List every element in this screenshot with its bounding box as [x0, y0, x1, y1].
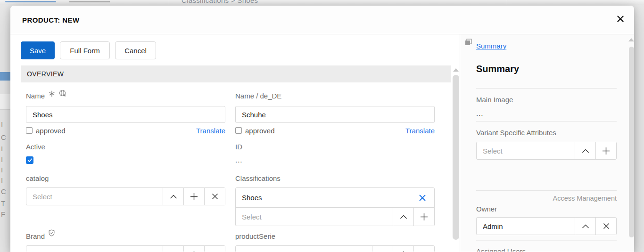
name-approved-row: approved Translate — [26, 126, 225, 135]
name-de-field-label-row: Name / de_DE — [235, 92, 435, 100]
summary-heading: Summary — [476, 64, 519, 74]
background-tab-underline — [69, 1, 110, 2]
classifications-collapse-button[interactable] — [393, 208, 413, 226]
divider — [476, 190, 617, 191]
catalog-collapse-button[interactable] — [163, 188, 183, 205]
background-list-item: I — [1, 145, 3, 153]
name-label: Name — [26, 92, 45, 100]
classifications-field: Shoes — [235, 187, 435, 226]
catalog-select-input[interactable] — [33, 193, 157, 201]
variant-attributes-select-input[interactable] — [483, 147, 569, 155]
name-input[interactable] — [26, 106, 225, 123]
product-serie-field — [235, 245, 435, 252]
background-list-item: F — [1, 210, 5, 218]
save-button[interactable]: Save — [21, 41, 55, 59]
divider — [476, 240, 617, 241]
toolbar: Save Full Form Cancel — [21, 41, 156, 59]
name-de-input[interactable] — [235, 106, 435, 123]
summary-sidebar: Summary Summary Main Image ... Variant S… — [460, 34, 634, 252]
translate-link[interactable]: Translate — [405, 127, 435, 135]
variant-attributes-collapse-button[interactable] — [575, 142, 595, 159]
remove-classification-icon[interactable] — [416, 192, 429, 204]
background-page-header: Classifications > Shoes — [0, 0, 644, 5]
name-de-label: Name / de_DE — [235, 92, 281, 100]
background-list-item: T — [1, 199, 5, 207]
product-new-modal: PRODUCT: NEW Save Full Form Cancel OVERV… — [10, 6, 634, 252]
full-form-button[interactable]: Full Form — [60, 41, 110, 59]
variant-attributes-label: Variant Specific Attributes — [476, 129, 556, 137]
brand-select-input[interactable] — [33, 251, 157, 252]
id-label: ID — [235, 143, 435, 151]
catalog-label: catalog — [26, 174, 225, 183]
background-list-item: C — [1, 187, 6, 195]
required-asterisk-icon — [49, 90, 55, 99]
brand-clear-button[interactable] — [204, 246, 225, 252]
owner-label: Owner — [476, 205, 497, 213]
background-list-item: I — [1, 155, 3, 163]
divider — [476, 88, 617, 89]
name-field-label-row: Name — [26, 92, 225, 100]
modal-title: PRODUCT: NEW — [22, 16, 79, 24]
owner-clear-button[interactable] — [595, 218, 616, 235]
divider — [476, 121, 617, 122]
product-serie-label: productSerie — [235, 232, 435, 241]
scrollbar-thumb[interactable] — [629, 47, 634, 237]
access-management-section-label: Access Management — [476, 195, 617, 202]
sidebar-nav-summary-link[interactable]: Summary — [476, 42, 506, 50]
active-label: Active — [26, 143, 225, 151]
brand-label-row: Brand — [26, 232, 225, 240]
background-list-item: I — [1, 166, 3, 174]
brand-field — [26, 245, 225, 252]
main-form-panel: Save Full Form Cancel OVERVIEW Name — [10, 34, 460, 252]
background-divider — [507, 0, 507, 5]
approved-label: approved — [245, 127, 275, 135]
name-de-field — [235, 106, 435, 123]
main-image-value: ... — [476, 109, 484, 117]
classifications-add-button[interactable] — [413, 208, 434, 226]
background-list-item: I — [1, 120, 3, 128]
brand-add-button[interactable] — [183, 246, 204, 252]
variant-attributes-add-button[interactable] — [595, 142, 616, 159]
id-value: ... — [235, 156, 435, 164]
background-active-tab-underline — [5, 1, 56, 2]
approved-checkbox[interactable] — [26, 127, 33, 134]
product-serie-add-button[interactable] — [393, 246, 413, 252]
product-serie-collapse-button[interactable] — [372, 246, 393, 252]
approved-label: approved — [36, 127, 66, 135]
background-list-item: C — [1, 133, 6, 141]
variant-attributes-field — [476, 142, 617, 160]
scrollbar-thumb[interactable] — [453, 75, 459, 240]
shield-check-icon — [49, 229, 55, 238]
classifications-label: Classifications — [235, 174, 435, 183]
catalog-add-button[interactable] — [183, 188, 204, 205]
classifications-selected-item: Shoes — [236, 188, 434, 208]
classifications-select-input[interactable] — [242, 213, 387, 221]
brand-collapse-button[interactable] — [163, 246, 183, 252]
layers-icon — [465, 39, 472, 48]
catalog-field — [26, 187, 225, 205]
close-icon[interactable] — [615, 14, 626, 24]
scroll-up-icon[interactable] — [628, 38, 634, 41]
modal-header: PRODUCT: NEW — [10, 6, 634, 34]
brand-label: Brand — [26, 232, 45, 240]
background-list-item: I — [1, 176, 3, 184]
owner-select-input[interactable] — [483, 222, 569, 230]
cancel-button[interactable]: Cancel — [115, 41, 156, 59]
main-panel-scrollbar[interactable] — [453, 67, 460, 252]
catalog-clear-button[interactable] — [204, 188, 225, 205]
product-serie-select-input[interactable] — [242, 251, 366, 252]
breadcrumb: Classifications > Shoes — [182, 0, 258, 4]
active-checkbox[interactable] — [26, 156, 33, 164]
sidebar-scrollbar[interactable] — [628, 34, 634, 252]
owner-field — [476, 217, 617, 235]
owner-collapse-button[interactable] — [575, 218, 595, 235]
product-serie-clear-button[interactable] — [413, 246, 434, 252]
approved-checkbox[interactable] — [235, 127, 242, 134]
untranslated-globe-icon — [59, 89, 67, 99]
main-image-label: Main Image — [476, 96, 513, 104]
scroll-up-icon[interactable] — [453, 68, 459, 72]
classification-value: Shoes — [242, 194, 416, 202]
translate-link[interactable]: Translate — [196, 127, 225, 135]
name-de-approved-row: approved Translate — [235, 126, 435, 135]
background-divider — [169, 0, 169, 5]
